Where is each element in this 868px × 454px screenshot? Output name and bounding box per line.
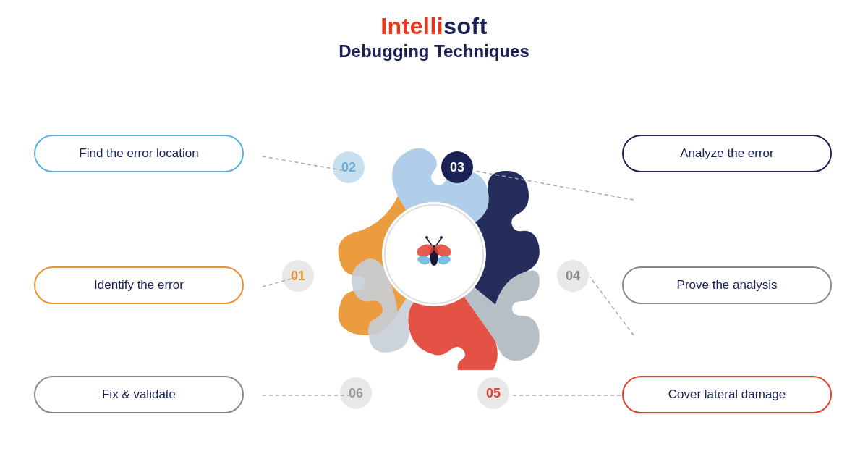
label-fix-validate: Fix & validate: [34, 376, 244, 413]
badge-03: 03: [441, 151, 473, 183]
label-identify-error: Identify the error: [34, 266, 244, 304]
brand-intelli: Intelli: [380, 13, 443, 39]
badge-06: 06: [340, 377, 372, 409]
badge-01: 01: [282, 260, 314, 292]
brand-logo: Intellisoft: [339, 13, 529, 40]
page-title: Debugging Techniques: [339, 41, 529, 62]
label-analyze-error: Analyze the error: [622, 135, 832, 172]
badge-04: 04: [557, 260, 589, 292]
label-cover-lateral: Cover lateral damage: [622, 376, 832, 413]
badge-05: 05: [477, 377, 509, 409]
brand-soft: soft: [443, 13, 488, 39]
svg-point-11: [440, 236, 443, 239]
label-prove-analysis: Prove the analysis: [622, 266, 832, 304]
header: Intellisoft Debugging Techniques: [339, 13, 529, 62]
label-find-error: Find the error location: [34, 135, 244, 172]
badge-02: 02: [333, 151, 365, 183]
main-diagram: 01 02 03 04 05 06 Find the error locatio…: [14, 66, 854, 442]
svg-point-9: [425, 236, 428, 239]
